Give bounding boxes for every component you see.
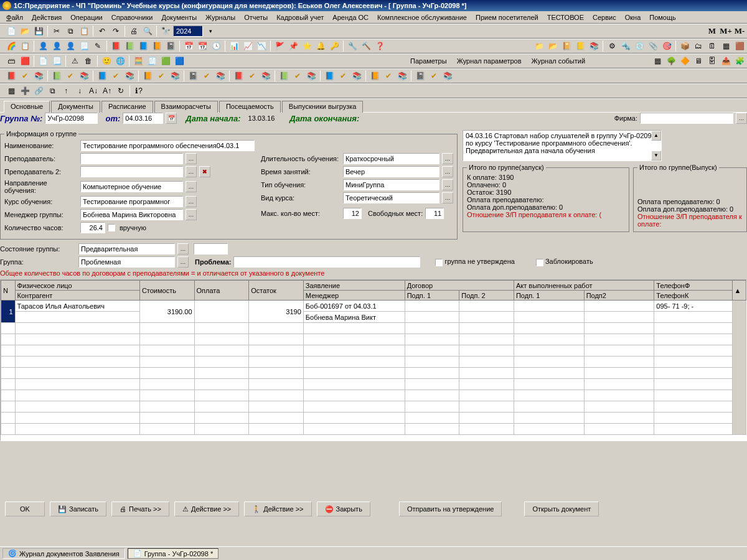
copy-icon[interactable]: ⧉ bbox=[64, 25, 77, 37]
tool-1-icon[interactable]: 🔧 bbox=[346, 40, 359, 52]
pin-icon[interactable]: 📌 bbox=[287, 40, 299, 52]
table-row[interactable] bbox=[1, 334, 746, 345]
bk8-icon[interactable]: 📘 bbox=[323, 70, 336, 82]
time-picker[interactable]: … bbox=[442, 166, 453, 177]
group-ref-input[interactable] bbox=[78, 256, 175, 268]
students-grid[interactable]: N Физическое лицо Стоимость Оплата Остат… bbox=[0, 279, 747, 441]
stack1-icon[interactable]: 📚 bbox=[32, 70, 45, 82]
gear-icon[interactable]: ⚙ bbox=[606, 40, 618, 52]
stack2-icon[interactable]: 📚 bbox=[78, 70, 90, 82]
col-manager[interactable]: Менеджер bbox=[303, 291, 405, 301]
sort-asc-icon[interactable]: A↓ bbox=[87, 85, 100, 97]
max-input[interactable] bbox=[343, 208, 362, 219]
menu-tools[interactable]: Сервис bbox=[589, 12, 620, 22]
clock-icon[interactable]: 🕓 bbox=[210, 40, 222, 52]
from-date-picker[interactable]: 📅 bbox=[166, 113, 177, 124]
book-3-icon[interactable]: 📘 bbox=[137, 40, 149, 52]
target-icon[interactable]: 🎯 bbox=[660, 40, 673, 52]
tab-main[interactable]: Основные bbox=[4, 101, 50, 113]
preview-icon[interactable]: 🔍 bbox=[141, 25, 154, 37]
chk10-icon[interactable]: ✔ bbox=[428, 70, 440, 82]
m-button[interactable]: M bbox=[706, 25, 718, 37]
smiley-icon[interactable]: 🙂 bbox=[100, 55, 113, 67]
page-2-icon[interactable]: 📃 bbox=[50, 55, 63, 67]
tab-schedule[interactable]: Расписание bbox=[101, 101, 153, 113]
save-button[interactable]: 💾Записать bbox=[50, 502, 106, 516]
menu-windows[interactable]: Окна bbox=[621, 12, 645, 22]
bk9-icon[interactable]: 📙 bbox=[369, 70, 381, 82]
globe-icon[interactable]: 🌐 bbox=[114, 55, 126, 67]
menu-documents[interactable]: Документы bbox=[157, 12, 200, 22]
chk4-icon[interactable]: ✔ bbox=[155, 70, 167, 82]
stack7-icon[interactable]: 📚 bbox=[305, 70, 317, 82]
state-extra-input[interactable] bbox=[194, 243, 228, 254]
col-scroll-up[interactable]: ▲ bbox=[732, 281, 746, 301]
find-icon[interactable]: 🔭 bbox=[159, 25, 172, 37]
wrench-icon[interactable]: 🔩 bbox=[619, 40, 632, 52]
teacher2-picker[interactable]: … bbox=[186, 166, 197, 177]
book-a-icon[interactable]: 📔 bbox=[560, 40, 573, 52]
table-row[interactable] bbox=[1, 424, 746, 435]
group-no-input[interactable] bbox=[45, 113, 98, 124]
action1-button[interactable]: ⚠Действие >> bbox=[174, 502, 239, 516]
chk6-icon[interactable]: ✔ bbox=[246, 70, 258, 82]
doc-icon[interactable]: 📋 bbox=[19, 40, 31, 52]
paste-icon[interactable]: 📋 bbox=[78, 25, 90, 37]
table-row[interactable] bbox=[1, 368, 746, 379]
key-icon[interactable]: 🔑 bbox=[328, 40, 341, 52]
direction-input[interactable] bbox=[80, 181, 183, 192]
col-sign2[interactable]: Подп. 2 bbox=[459, 291, 514, 301]
save-icon[interactable]: 💾 bbox=[32, 25, 45, 37]
menu-journals[interactable]: Журналы bbox=[202, 12, 239, 22]
row-add-icon[interactable]: ➕ bbox=[19, 85, 31, 97]
calc-icon[interactable]: 🧮 bbox=[132, 55, 144, 67]
book-1-icon[interactable]: 📕 bbox=[110, 40, 122, 52]
help-icon[interactable]: ❓ bbox=[374, 40, 386, 52]
down-icon[interactable]: ↓ bbox=[73, 85, 86, 97]
stack4-icon[interactable]: 📚 bbox=[169, 70, 181, 82]
col-act[interactable]: Акт выполненных работ bbox=[514, 281, 654, 291]
lock-checkbox[interactable] bbox=[536, 259, 543, 266]
undo-icon[interactable]: ↶ bbox=[96, 25, 108, 37]
hours-input[interactable] bbox=[80, 222, 105, 233]
delete-icon[interactable]: 🗑 bbox=[82, 55, 95, 67]
chk7-icon[interactable]: ✔ bbox=[291, 70, 304, 82]
chart-1-icon[interactable]: 📊 bbox=[228, 40, 240, 52]
tree-icon[interactable]: 🌳 bbox=[665, 55, 677, 67]
flag-icon[interactable]: 🚩 bbox=[273, 40, 286, 52]
list-icon[interactable]: 📃 bbox=[78, 40, 90, 52]
menu-rent[interactable]: Аренда ОС bbox=[329, 12, 372, 22]
col-app[interactable]: Заявление bbox=[303, 281, 405, 291]
menu-service-complex[interactable]: Комплексное обслуживание bbox=[374, 12, 471, 22]
table-row[interactable] bbox=[1, 345, 746, 357]
chk9-icon[interactable]: ✔ bbox=[382, 70, 395, 82]
type-input[interactable] bbox=[343, 179, 439, 190]
new-doc-icon[interactable]: 📄 bbox=[5, 25, 17, 37]
window-1-icon[interactable]: ▦ bbox=[651, 55, 664, 67]
col-contragent[interactable]: Контрагент bbox=[15, 291, 139, 301]
grid-icon[interactable]: ▦ bbox=[720, 40, 732, 52]
action2-button[interactable]: 🚶Действие >> bbox=[244, 502, 311, 516]
search-period-input[interactable] bbox=[173, 26, 203, 37]
ok-button[interactable]: OK bbox=[5, 502, 45, 516]
events-journal-button[interactable]: Журнал событий bbox=[527, 55, 590, 67]
kind-input[interactable] bbox=[343, 192, 439, 203]
group-ref-picker[interactable]: … bbox=[177, 256, 189, 268]
search-dropdown-icon[interactable] bbox=[204, 25, 217, 37]
send-approve-button[interactable]: Отправить на утверждение bbox=[399, 502, 502, 516]
bk3-icon[interactable]: 📘 bbox=[96, 70, 108, 82]
teacher2-clear-icon[interactable]: ✖ bbox=[199, 166, 210, 177]
person-green-icon[interactable]: 👤 bbox=[64, 40, 77, 52]
table-row[interactable]: 1 Тарасов Илья Анатольевич 3190.00 3190 … bbox=[1, 301, 746, 312]
up-icon[interactable]: ↑ bbox=[60, 85, 72, 97]
manager-input[interactable] bbox=[80, 209, 183, 220]
col-sign1[interactable]: Подп. 1 bbox=[405, 291, 459, 301]
col-phone-k[interactable]: ТелефонК bbox=[654, 291, 732, 301]
problem-input[interactable] bbox=[233, 256, 420, 268]
bk10-icon[interactable]: 📓 bbox=[414, 70, 426, 82]
table-row[interactable] bbox=[1, 413, 746, 424]
star-icon[interactable]: ⭐ bbox=[301, 40, 313, 52]
pkg-2-icon[interactable]: 🗂 bbox=[692, 40, 705, 52]
copy-row-icon[interactable]: ⧉ bbox=[46, 85, 59, 97]
notes-scroll-up-icon[interactable]: ▲ bbox=[651, 131, 661, 141]
